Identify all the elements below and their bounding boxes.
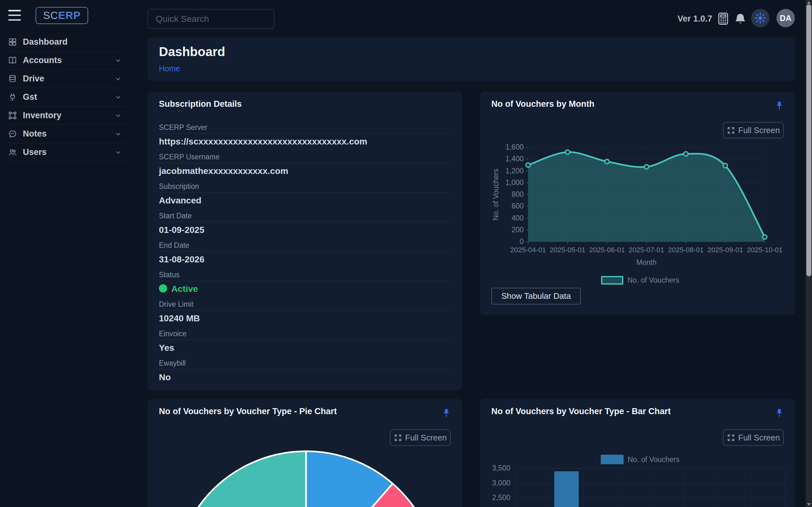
divider	[159, 310, 451, 311]
subscription-field: SCERP Usernamejacobmathexxxxxxxxxxxx.com	[159, 152, 451, 177]
app-logo[interactable]: SCERP	[36, 7, 88, 24]
sidebar-item-accounts[interactable]: Accounts	[8, 51, 127, 70]
subscription-fields: SCERP Serverhttps://scxxxxxxxxxxxxxxxxxx…	[159, 123, 451, 388]
field-label: Einvoice	[159, 329, 451, 338]
field-value: Advanced	[159, 194, 451, 207]
page-header-card: Dashboard Home	[148, 38, 795, 81]
svg-text:2025-10-01: 2025-10-01	[747, 246, 783, 254]
svg-text:800: 800	[512, 190, 524, 199]
users-icon	[8, 148, 17, 157]
app-root: SCERP DashboardAccountsDriveGstInventory…	[0, 0, 812, 507]
field-value: https://scxxxxxxxxxxxxxxxxxxxxxxxxxxxxxx…	[159, 135, 451, 148]
field-value: Active	[159, 283, 451, 295]
chevron-down-icon	[114, 149, 122, 156]
theme-toggle-button[interactable]	[751, 9, 769, 27]
subscription-field: SCERP Serverhttps://scxxxxxxxxxxxxxxxxxx…	[159, 123, 451, 148]
svg-text:Month: Month	[636, 258, 657, 267]
subscription-field: SubscriptionAdvanced	[159, 181, 451, 207]
logo-prefix: SC	[43, 9, 58, 21]
svg-text:2025-08-01: 2025-08-01	[668, 246, 704, 254]
sidebar-item-label: Notes	[23, 129, 47, 139]
version-label: Ver 1.0.7	[677, 14, 712, 24]
scroll-up-arrow[interactable]	[807, 1, 811, 4]
sidebar-item-label: Drive	[23, 74, 44, 83]
database-icon	[8, 74, 17, 83]
scrollbar-thumb[interactable]	[806, 4, 811, 276]
legend-label: No. of Vouchers	[627, 276, 679, 285]
sidebar-item-label: Accounts	[23, 55, 62, 65]
divider	[159, 163, 451, 163]
sidebar-item-label: Users	[23, 147, 47, 157]
field-label: Start Date	[159, 211, 451, 221]
field-label: SCERP Server	[159, 123, 451, 132]
divider	[159, 133, 451, 134]
notifications-bell-icon[interactable]	[734, 11, 747, 26]
status-dot	[159, 284, 167, 292]
svg-text:400: 400	[512, 214, 524, 222]
field-label: Status	[159, 270, 451, 279]
plug-icon	[8, 93, 17, 101]
field-value: 10240 MB	[159, 313, 451, 325]
field-label: Drive Limit	[159, 299, 451, 309]
field-value: No	[159, 372, 451, 383]
subscription-field: Start Date01-09-2025	[159, 211, 451, 236]
avatar[interactable]: DA	[776, 9, 795, 27]
svg-text:1,400: 1,400	[505, 155, 524, 163]
object-group-icon	[8, 111, 17, 120]
field-label: End Date	[159, 240, 451, 250]
divider	[159, 281, 451, 281]
sun-icon	[755, 12, 766, 24]
svg-text:No. of Vouchers: No. of Vouchers	[492, 169, 500, 221]
chat-icon	[8, 130, 17, 138]
sidebar-item-label: Dashboard	[23, 37, 67, 47]
sidebar-nav: DashboardAccountsDriveGstInventoryNotesU…	[8, 33, 127, 162]
svg-text:2,500: 2,500	[492, 493, 510, 502]
vouchers-by-type-bar-card: No of Vouchers by Voucher Type - Bar Cha…	[480, 399, 795, 507]
svg-text:1,000: 1,000	[505, 178, 524, 187]
calculator-icon[interactable]	[716, 11, 730, 26]
scrollbar-track[interactable]	[806, 0, 812, 507]
page-title: Dashboard	[159, 45, 225, 59]
sidebar-item-dashboard[interactable]: Dashboard	[8, 33, 127, 51]
sidebar-item-notes[interactable]: Notes	[8, 125, 127, 143]
vouchers-by-month-card: No of Vouchers by Month Full Screen 0200…	[480, 92, 795, 315]
divider	[159, 340, 451, 340]
subscription-field: EinvoiceYes	[159, 329, 451, 354]
sidebar-item-gst[interactable]: Gst	[8, 88, 127, 107]
subscription-field: Drive Limit10240 MB	[159, 299, 451, 325]
sidebar-item-inventory[interactable]: Inventory	[8, 107, 127, 125]
line-chart-legend[interactable]: No. of Vouchers	[601, 276, 679, 285]
field-value: 31-08-2026	[159, 253, 451, 266]
sidebar-item-drive[interactable]: Drive	[8, 70, 127, 88]
subscription-details-card: Subscription Details SCERP Serverhttps:/…	[148, 92, 462, 391]
field-value: 01-09-2025	[159, 224, 451, 236]
svg-text:1,200: 1,200	[505, 167, 524, 175]
chevron-down-icon	[114, 112, 122, 119]
grid-icon	[8, 38, 17, 46]
svg-text:1,600: 1,600	[505, 143, 524, 151]
book-icon	[8, 56, 17, 65]
card-title: Subscription Details	[159, 99, 242, 109]
subscription-field: EwaybillNo	[159, 358, 451, 383]
chevron-down-icon	[114, 57, 122, 64]
svg-text:3,000: 3,000	[492, 479, 510, 487]
scroll-down-arrow[interactable]	[807, 503, 811, 506]
svg-text:2025-06-01: 2025-06-01	[589, 246, 625, 254]
chevron-down-icon	[114, 75, 122, 82]
search-input[interactable]	[148, 9, 274, 29]
sidebar-item-users[interactable]: Users	[8, 143, 127, 162]
hamburger-menu-icon[interactable]	[8, 10, 21, 20]
chevron-down-icon	[114, 94, 122, 101]
subscription-field: StatusActive	[159, 270, 451, 295]
divider	[159, 369, 451, 370]
breadcrumb[interactable]: Home	[159, 64, 180, 73]
field-label: SCERP Username	[159, 152, 451, 162]
sidebar-item-label: Inventory	[23, 111, 61, 120]
subscription-field: End Date31-08-2026	[159, 240, 451, 266]
svg-text:0: 0	[519, 237, 524, 245]
show-tabular-data-button[interactable]: Show Tabular Data	[491, 288, 581, 304]
sidebar-item-label: Gst	[23, 92, 37, 102]
svg-text:2025-09-01: 2025-09-01	[707, 246, 743, 254]
field-label: Subscription	[159, 181, 451, 191]
field-value: Yes	[159, 342, 451, 354]
